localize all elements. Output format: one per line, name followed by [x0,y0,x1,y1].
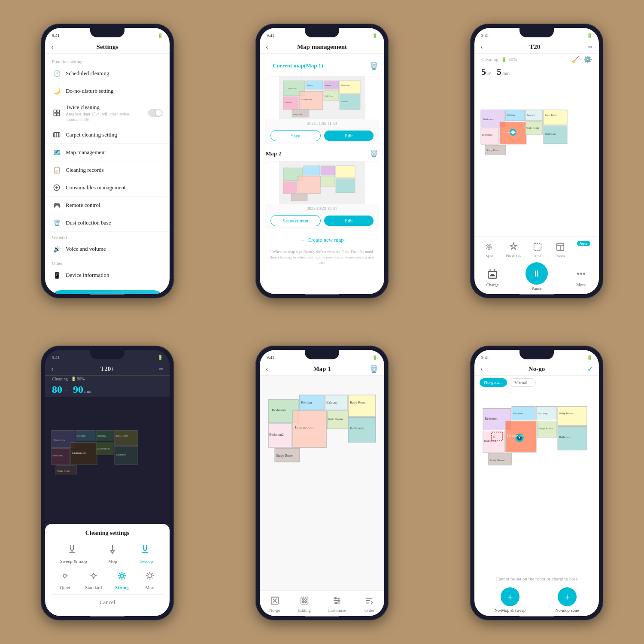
section-label-function: Function settings [45,56,170,65]
nogo-zone-tag[interactable]: No-go z... [480,378,507,387]
toolbar-nogo[interactable]: No-go [268,594,281,613]
svg-text:Bedroom2: Bedroom2 [482,134,492,136]
edit-icon-t20[interactable]: ✏ [588,44,593,51]
back-button-map[interactable]: ‹ [266,43,268,52]
edit-button-1[interactable]: Edit [324,131,374,141]
back-button-settings[interactable]: ‹ [51,43,54,52]
mode-spot[interactable]: Spot [483,241,495,258]
time-5: 9:41 [267,355,274,360]
battery-3: 🔋 [587,33,592,38]
set-current-button[interactable]: Set as current [270,215,321,226]
dark-time-value: 90 [73,384,83,395]
map-editor-map-area[interactable]: Bedroom Kitchen Balcony Baby Room Bedroo… [260,376,384,590]
back-button-nogo[interactable]: ‹ [480,365,483,374]
settings-item-device[interactable]: 📱 Device information [45,267,170,284]
max-item[interactable]: Max [142,568,158,590]
pause-button[interactable]: ⏸ Pause [526,262,548,291]
delete-map-editor-icon[interactable]: 🗑️ [370,365,378,373]
save-button[interactable]: Save [270,130,321,141]
toolbar-order[interactable]: Order [363,594,376,613]
toolbar-customize[interactable]: Customize [328,594,346,613]
time-2: 9:41 [267,33,274,38]
settings-icon: ⚙️ [583,55,592,64]
confirm-nogo-icon[interactable]: ✓ [587,365,593,373]
mode-spot-label: Spot [486,254,493,258]
sweep-mop-label: Sweep & mop [60,559,87,564]
settings-item-scheduled[interactable]: 🕐 Scheduled cleaning [45,65,170,82]
dust-text: Dust collection base [66,219,163,226]
settings-item-records[interactable]: 📋 Cleaning records [45,161,170,179]
delete-map1-icon[interactable]: 🗑️ [370,62,378,70]
add-nomop-item[interactable]: ＋ No-mop zone [556,587,579,613]
virtual-tag[interactable]: Virtual... [510,378,536,387]
mode-auto[interactable]: Auto [577,241,590,258]
toolbar-editing[interactable]: Editing [298,594,311,613]
nogo-title: No-go [529,365,545,373]
back-button-t20[interactable]: ‹ [480,43,483,52]
mode-room[interactable]: Room [554,241,566,258]
settings-scroll-area[interactable]: Function settings 🕐 Scheduled cleaning 🌙… [45,54,170,294]
svg-point-112 [305,598,307,600]
settings-item-dust[interactable]: 🗑️ Dust collection base [45,214,170,232]
svg-text:Baby Room: Baby Room [545,114,557,116]
add-nomop-button[interactable]: ＋ [558,587,577,606]
records-text: Cleaning records [66,167,163,173]
settings-item-voice[interactable]: 🔊 Voice and volume [45,240,170,258]
map2-actions: Set as current Edit [265,213,379,229]
quiet-item[interactable]: Quiet [57,568,73,590]
nogo-actions: ＋ No-Mop & sweep ＋ No-mop zone [474,584,599,616]
svg-text:Kitchen: Kitchen [507,114,515,116]
settings-item-map[interactable]: 🗺️ Map management [45,144,170,161]
charge-button[interactable]: Charge [485,266,500,287]
mode-area[interactable]: Area [532,241,544,258]
edit-button-2[interactable]: Edit [324,216,374,226]
back-button-editor[interactable]: ‹ [266,365,268,374]
battery-2: 🔋 [372,33,377,38]
svg-rect-33 [283,182,297,194]
phone-screen-nogo: 9:41 🔋 ‹ No-go ✓ No-go z... Virtual... [474,350,599,616]
pingo-icon [507,241,519,253]
cancel-button[interactable]: Cancel [51,594,164,610]
settings-item-carpet[interactable]: Carpet cleaning setting [45,126,170,144]
settings-item-consumables[interactable]: Consumables management [45,179,170,197]
edit-icon-dark[interactable]: ✏ [159,366,164,373]
settings-item-dnd[interactable]: 🌙 Do-no-disturb setting [45,82,170,100]
section-label-general: General [45,232,170,240]
settings-item-remote[interactable]: 🎮 Remote control [45,197,170,214]
strong-item[interactable]: Strong [114,568,130,590]
notch-3 [519,28,554,37]
settings-title: Settings [97,43,118,51]
create-new-map-button[interactable]: ＋ Create new map [260,231,384,249]
mop-icon [104,541,121,557]
nogo-map[interactable]: ✕ Bedroom Kitchen Balcony Baby Room Bedr… [474,389,599,574]
nogo-header: ‹ No-go ✓ [474,363,599,376]
more-button[interactable]: More [573,266,589,287]
mop-label: Mop [108,559,117,564]
mop-item[interactable]: Mop [104,541,121,564]
phone-cell-t20: 9:41 🔋 ‹ T20+ ✏ Cleaning 🔋 80% 🧹 ⚙️ [429,0,644,322]
time-1: 9:41 [52,33,60,38]
add-nogo-sweep-item[interactable]: ＋ No-Mop & sweep [495,587,526,613]
robot-controls: Spot Pin & Go Area [474,236,599,294]
standard-item[interactable]: Standard [85,568,102,590]
back-button-dark[interactable]: ‹ [51,365,54,374]
svg-rect-32 [336,166,355,178]
sweep-mop-item[interactable]: Sweep & mop [60,541,87,564]
mode-pingo[interactable]: Pin & Go [506,241,521,258]
delete-map2-icon[interactable]: 🗑️ [370,149,378,158]
phone-frame-dark: 9:41 🔋 ‹ T20+ ✏ Charging 🔋 80% 80 ㎡ 90 m… [41,346,174,620]
svg-text:Bedroom2: Bedroom2 [484,439,497,443]
map1-preview: Bedroom Kitchen Balcony Baby Room Bedroo… [265,76,379,119]
map-text: Map management [66,149,163,156]
map-mgmt-scroll[interactable]: Current map(Map 1) 🗑️ [260,54,384,294]
svg-text:Bathroom: Bathroom [545,133,556,135]
dust-icon: 🗑️ [52,218,61,228]
settings-item-twice[interactable]: Twice cleaning Area less than 15㎡, will … [45,100,170,126]
map-mgmt-title: Map management [297,43,347,51]
twice-toggle[interactable] [148,109,163,117]
sweep-item[interactable]: Sweep [138,541,155,564]
svg-text:Study Room: Study Room [526,127,539,129]
add-nogo-sweep-button[interactable]: ＋ [501,587,519,606]
svg-rect-42 [544,110,567,125]
svg-text:Livingroom: Livingroom [501,131,516,134]
